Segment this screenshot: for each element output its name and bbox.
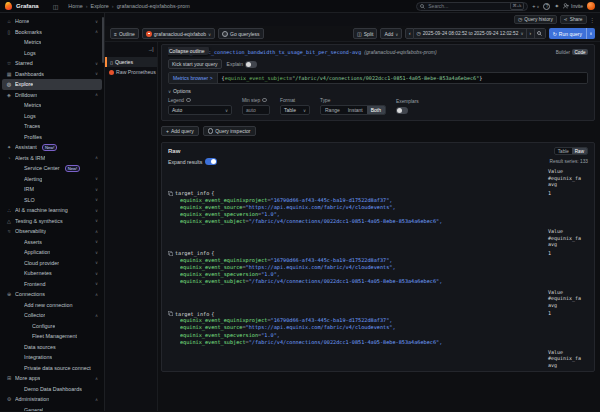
sidebar-item-service-center[interactable]: Service Center New!	[2, 163, 102, 174]
sidebar-item-drilldown-logs[interactable]: Logs	[2, 111, 102, 122]
sidebar-item-kubernetes[interactable]: Kubernetes ∨	[2, 268, 102, 279]
metric-name: target_info	[175, 190, 209, 196]
time-back-button[interactable]	[405, 28, 414, 39]
sidebar-item-drilldown-profiles[interactable]: Profiles	[2, 132, 102, 143]
sidebar-item-dashboards[interactable]: ▦ Dashboards ∨	[2, 69, 102, 80]
expand-results-toggle[interactable]	[205, 158, 217, 165]
split-button[interactable]: ◫Split	[353, 28, 377, 39]
datasource-picker[interactable]: grafanacloud-eqixfabob	[142, 28, 215, 39]
help-icon[interactable]: ?	[543, 3, 550, 10]
time-zoom-out-button[interactable]	[535, 28, 546, 39]
sidebar-item-drilldown[interactable]: ◈ Drilldown ∧	[2, 90, 102, 101]
exemplars-toggle[interactable]	[396, 107, 408, 114]
sidebar-item-configure[interactable]: Configure	[2, 321, 102, 332]
sidebar-item-add-new-connection[interactable]: Add new connection	[2, 300, 102, 311]
avatar[interactable]	[587, 2, 595, 10]
run-query-caret[interactable]	[586, 28, 595, 39]
outline-item-queries[interactable]: Queries	[105, 57, 157, 67]
sidebar-item-more-apps[interactable]: ⊞ More apps ∧	[2, 373, 102, 384]
sidebar-scrollbar[interactable]	[102, 17, 104, 63]
copy-icon[interactable]	[168, 191, 173, 196]
run-query-button[interactable]: Run query	[549, 28, 595, 39]
sidebar-item-testing-synthetics[interactable]: △ Testing & synthetics ∨	[2, 216, 102, 227]
collapse-outline-icon[interactable]	[148, 46, 153, 52]
sidebar-item-fleet-management[interactable]: Fleet Management	[2, 331, 102, 342]
sidebar-item-application[interactable]: Application ∨	[2, 247, 102, 258]
share-button[interactable]: Share	[560, 15, 587, 24]
sidebar-item-data-sources[interactable]: Data sources	[2, 342, 102, 353]
type-radio-group: Range Instant Both	[320, 105, 386, 115]
sidebar-item-alerting[interactable]: Alerting ∨	[2, 174, 102, 185]
copy-icon[interactable]	[168, 311, 173, 316]
sidebar-item-drilldown-metrics[interactable]: Metrics	[2, 100, 102, 111]
breadcrumb-datasource[interactable]: grafanacloud-eqixfabobs-prom	[117, 3, 190, 9]
sidebar-item-demo-data-dashboards[interactable]: Demo Data Dashboards	[2, 384, 102, 395]
query-options-row: Legend Auto Min step auto Format Table	[168, 97, 588, 115]
sidebar-item-bookmarks-logs[interactable]: Logs	[2, 48, 102, 59]
metrics-browser-button[interactable]: Metrics browser >	[169, 73, 218, 83]
sidebar-item-bookmarks[interactable]: ▯ Bookmarks ∧	[2, 27, 102, 38]
editor-mode-toggle[interactable]: Builder Code	[556, 49, 588, 55]
query-inspector-button[interactable]: Query inspector	[203, 126, 256, 136]
type-range[interactable]: Range	[321, 106, 344, 114]
outline-button[interactable]: Outline	[110, 28, 139, 39]
min-step-input[interactable]: auto	[242, 105, 270, 115]
kick-start-query-button[interactable]: Kick start your query	[168, 59, 222, 69]
sidebar-item-alerts-irm[interactable]: ◔ Alerts & IRM ∧	[2, 153, 102, 164]
view-table[interactable]: Table	[555, 148, 572, 154]
sidebar-item-private-data-source-connect[interactable]: Private data source connect	[2, 363, 102, 374]
sidebar-item-explore[interactable]: ◎ Explore	[2, 79, 102, 90]
time-range-button[interactable]: 2025-09-24 08:02:52 to 2025-09-24 12:02:…	[414, 28, 527, 39]
sidebar-item-asserts[interactable]: Asserts ∨	[2, 237, 102, 248]
legend-select[interactable]: Auto	[168, 105, 232, 115]
braces-icon	[110, 60, 113, 65]
chevron-down-icon	[303, 107, 306, 113]
sidebar-item-general[interactable]: General	[2, 405, 102, 412]
sidebar-item-integrations[interactable]: Integrations	[2, 352, 102, 363]
apps-icon: ⊞	[6, 375, 12, 381]
dock-menu-icon[interactable]	[53, 3, 59, 10]
view-raw[interactable]: Raw	[572, 148, 587, 154]
type-instant[interactable]: Instant	[344, 106, 367, 114]
sidebar-item-drilldown-traces[interactable]: Traces	[2, 121, 102, 132]
sidebar-item-starred[interactable]: ☆ Starred ∨	[2, 58, 102, 69]
go-queryless-button[interactable]: Go queryless	[218, 28, 263, 39]
sidebar-item-bookmarks-metrics[interactable]: Metrics	[2, 37, 102, 48]
breadcrumb-home[interactable]: Home	[68, 3, 82, 9]
promql-expression-input[interactable]: {equinix_event_subject="/fabric/v4/conne…	[218, 73, 587, 83]
type-both[interactable]: Both	[367, 106, 385, 114]
sidebar-item-assistant[interactable]: ✦ Assistant New!	[2, 142, 102, 153]
add-new-button[interactable]	[532, 3, 539, 9]
add-query-button[interactable]: Add query	[161, 126, 199, 136]
time-forward-button[interactable]	[527, 28, 535, 39]
query-datasource-suffix: (grafanacloud-eqixfabobs-prom)	[364, 49, 436, 55]
history-clock-icon	[518, 17, 522, 22]
kebab-menu-icon[interactable]	[590, 17, 596, 23]
add-dropdown-button[interactable]: Add	[380, 28, 402, 39]
invite-button[interactable]: Invite	[563, 3, 583, 9]
sidebar-item-observability[interactable]: ≈ Observability ∧	[2, 226, 102, 237]
breadcrumb-explore[interactable]: Explore	[91, 3, 109, 9]
search-box[interactable]: ⌘+k	[416, 2, 528, 11]
code-mode[interactable]: Code	[572, 49, 588, 55]
explain-toggle[interactable]	[245, 61, 257, 68]
series-label-line: equinix_event_subject="/fabric/v4/connec…	[180, 218, 548, 225]
sidebar-item-ai-machine-learning[interactable]: ∴ AI & machine learning ∨	[2, 205, 102, 216]
sidebar-item-irm[interactable]: IRM ∨	[2, 184, 102, 195]
sidebar-item-connections[interactable]: ⊕ Connections ∧	[2, 289, 102, 300]
format-select[interactable]: Table	[280, 105, 310, 115]
sidebar-item-frontend[interactable]: Frontend ∨	[2, 279, 102, 290]
sidebar-item-administration[interactable]: ⚙ Administration ∧	[2, 394, 102, 405]
sidebar-item-cloud-provider[interactable]: Cloud provider ∨	[2, 258, 102, 269]
sidebar-item-home[interactable]: ⌂ Home ∨	[2, 16, 102, 27]
search-input[interactable]	[428, 3, 506, 9]
outline-item-raw-prometheus[interactable]: Raw Prometheus	[105, 67, 157, 77]
sidebar-item-collector[interactable]: Collector ∧	[2, 310, 102, 321]
options-collapse-header[interactable]: Options	[168, 88, 588, 94]
sidebar-item-slo[interactable]: SLO ∨	[2, 195, 102, 206]
assistant-icon[interactable]	[554, 3, 559, 9]
builder-mode[interactable]: Builder	[556, 50, 570, 55]
query-history-button[interactable]: Query history	[514, 15, 557, 24]
copy-icon[interactable]	[168, 251, 173, 256]
chevron-down-icon	[395, 31, 398, 37]
